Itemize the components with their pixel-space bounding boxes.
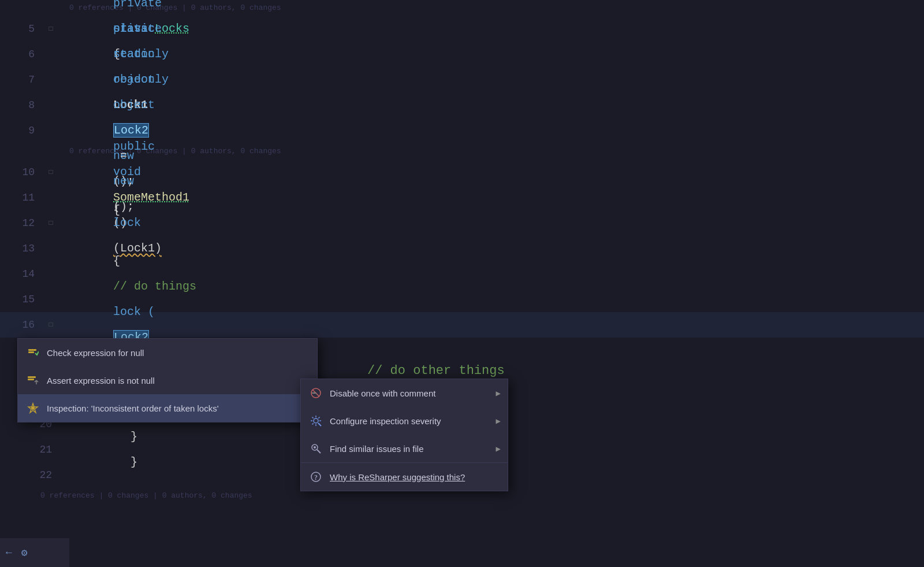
svg-point-4 <box>31 406 35 410</box>
editor-area: 0 references | 0 changes | 0 authors, 0 … <box>0 0 924 567</box>
submenu-item-disable-once[interactable]: Disable once with comment ▶ <box>301 379 508 407</box>
why-suggesting-label: Why is ReSharper suggesting this? <box>330 472 501 482</box>
inspection-icon <box>25 400 41 416</box>
svg-line-11 <box>317 450 321 453</box>
assert-not-null-label: Assert expression is not null <box>47 376 301 386</box>
fold-10[interactable]: □ <box>46 168 55 176</box>
line-number-22: 22 <box>17 469 64 481</box>
check-null-label: Check expression for null <box>47 348 310 358</box>
svg-rect-1 <box>28 349 36 351</box>
fold-12[interactable]: □ <box>46 219 55 227</box>
line-number-21: 21 <box>17 444 64 455</box>
submenu-item-configure-severity[interactable]: Configure inspection severity ▶ <box>301 407 508 435</box>
line-number-7: 7 <box>0 74 46 86</box>
svg-text:?: ? <box>314 473 318 481</box>
configure-severity-arrow: ▶ <box>496 416 501 426</box>
line-number-16: 16 <box>0 319 46 331</box>
line-number-14: 14 <box>0 268 46 280</box>
line-number-6: 6 <box>0 49 46 60</box>
context-menu-primary: Check expression for null Assert express… <box>17 338 318 423</box>
disable-once-arrow: ▶ <box>496 388 501 398</box>
editor-toolbar: ← ⚙ <box>0 538 69 567</box>
line-number-13: 13 <box>0 243 46 254</box>
why-suggesting-icon: ? <box>308 469 324 485</box>
menu-item-assert-not-null[interactable]: Assert expression is not null ▶ <box>18 366 317 394</box>
line-number-9: 9 <box>0 125 46 136</box>
svg-point-8 <box>314 418 318 423</box>
menu-item-inspection[interactable]: Inspection: 'Inconsistent order of taken… <box>18 394 317 422</box>
configure-severity-label: Configure inspection severity <box>330 416 496 426</box>
svg-rect-0 <box>28 351 34 353</box>
line-number-11: 11 <box>0 192 46 203</box>
bottom-lines: 20 } 21 } 22 0 references | 0 changes | … <box>17 412 252 504</box>
code-line-21: 21 } <box>17 437 252 462</box>
code-line-22: 22 <box>17 462 252 488</box>
context-menu-secondary: Disable once with comment ▶ Configure in… <box>300 379 508 491</box>
svg-point-12 <box>314 446 316 449</box>
svg-rect-7 <box>312 392 316 394</box>
find-similar-label: Find similar issues in file <box>330 444 496 454</box>
check-null-icon <box>25 344 41 361</box>
inspection-label: Inspection: 'Inconsistent order of taken… <box>47 403 301 413</box>
submenu-item-find-similar[interactable]: Find similar issues in file ▶ <box>301 435 508 462</box>
fold-16[interactable]: □ <box>46 321 55 329</box>
configure-severity-icon <box>308 413 324 429</box>
svg-line-9 <box>318 423 321 426</box>
line-number-12: 12 <box>0 217 46 229</box>
disable-once-icon <box>308 385 324 401</box>
svg-rect-2 <box>28 379 34 380</box>
disable-once-label: Disable once with comment <box>330 388 496 398</box>
line-number-15: 15 <box>0 294 46 305</box>
submenu-item-why-suggesting[interactable]: ? Why is ReSharper suggesting this? <box>301 463 508 491</box>
find-similar-arrow: ▶ <box>496 444 501 454</box>
menu-item-check-null[interactable]: Check expression for null <box>18 339 317 366</box>
line-number-5: 5 <box>0 23 46 35</box>
svg-rect-3 <box>28 376 36 378</box>
line-number-10: 10 <box>0 166 46 178</box>
line-number-8: 8 <box>0 99 46 111</box>
back-icon[interactable]: ← <box>6 547 12 558</box>
gear-icon[interactable]: ⚙ <box>21 546 28 559</box>
find-similar-icon <box>308 440 324 457</box>
assert-icon <box>25 372 41 388</box>
fold-5[interactable]: □ <box>46 25 55 33</box>
